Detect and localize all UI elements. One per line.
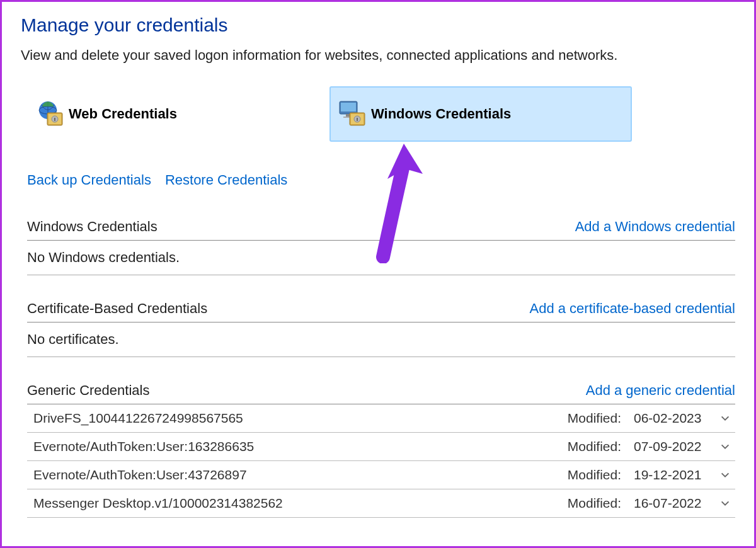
restore-credentials-link[interactable]: Restore Credentials <box>165 172 287 188</box>
chevron-down-icon <box>719 440 731 453</box>
tab-web-label: Web Credentials <box>69 106 177 122</box>
chevron-down-icon <box>719 469 731 481</box>
credential-name: Evernote/AuthToken:User:43726897 <box>33 467 247 482</box>
credential-row[interactable]: Evernote/AuthToken:User:43726897 Modifie… <box>27 461 735 489</box>
credential-row[interactable]: DriveFS_100441226724998567565 Modified: … <box>27 404 735 433</box>
credential-name: DriveFS_100441226724998567565 <box>33 411 243 426</box>
section-windows-credentials: Windows Credentials Add a Windows creden… <box>21 219 735 275</box>
add-certificate-credential-link[interactable]: Add a certificate-based credential <box>529 300 735 317</box>
windows-empty-text: No Windows credentials. <box>27 241 735 275</box>
modified-label: Modified: <box>568 467 621 482</box>
svg-rect-5 <box>54 118 55 121</box>
section-windows-title: Windows Credentials <box>27 219 158 235</box>
section-certificate-title: Certificate-Based Credentials <box>27 300 207 317</box>
section-generic-credentials: Generic Credentials Add a generic creden… <box>21 382 735 518</box>
add-generic-credential-link[interactable]: Add a generic credential <box>586 382 735 399</box>
credential-tabs: Web Credentials Windows Credentials <box>27 86 735 142</box>
certificate-empty-text: No certificates. <box>27 323 735 357</box>
modified-date: 06-02-2023 <box>634 411 706 426</box>
chevron-down-icon <box>719 412 731 425</box>
modified-date: 16-07-2022 <box>634 496 706 511</box>
svg-rect-13 <box>357 118 358 121</box>
credential-name: Messenger Desktop.v1/100002314382562 <box>33 496 283 511</box>
page-title: Manage your credentials <box>21 14 735 36</box>
section-certificate-credentials: Certificate-Based Credentials Add a cert… <box>21 300 735 357</box>
page-subtitle: View and delete your saved logon informa… <box>21 47 735 64</box>
credential-name: Evernote/AuthToken:User:163286635 <box>33 439 254 454</box>
modified-date: 07-09-2022 <box>634 439 706 454</box>
globe-safe-icon <box>35 99 65 129</box>
monitor-safe-icon <box>337 99 367 129</box>
modified-label: Modified: <box>568 411 621 426</box>
credential-row[interactable]: Evernote/AuthToken:User:163286635 Modifi… <box>27 433 735 461</box>
backup-credentials-link[interactable]: Back up Credentials <box>27 172 151 188</box>
tab-windows-label: Windows Credentials <box>371 106 511 122</box>
chevron-down-icon <box>719 497 731 510</box>
tab-windows-credentials[interactable]: Windows Credentials <box>329 86 632 142</box>
modified-label: Modified: <box>568 496 621 511</box>
credential-row[interactable]: Messenger Desktop.v1/100002314382562 Mod… <box>27 489 735 518</box>
section-generic-title: Generic Credentials <box>27 382 149 399</box>
modified-label: Modified: <box>568 439 621 454</box>
add-windows-credential-link[interactable]: Add a Windows credential <box>575 219 735 235</box>
modified-date: 19-12-2021 <box>634 467 706 482</box>
svg-rect-7 <box>341 103 356 111</box>
tab-web-credentials[interactable]: Web Credentials <box>27 86 191 142</box>
credential-actions: Back up Credentials Restore Credentials <box>27 172 735 188</box>
